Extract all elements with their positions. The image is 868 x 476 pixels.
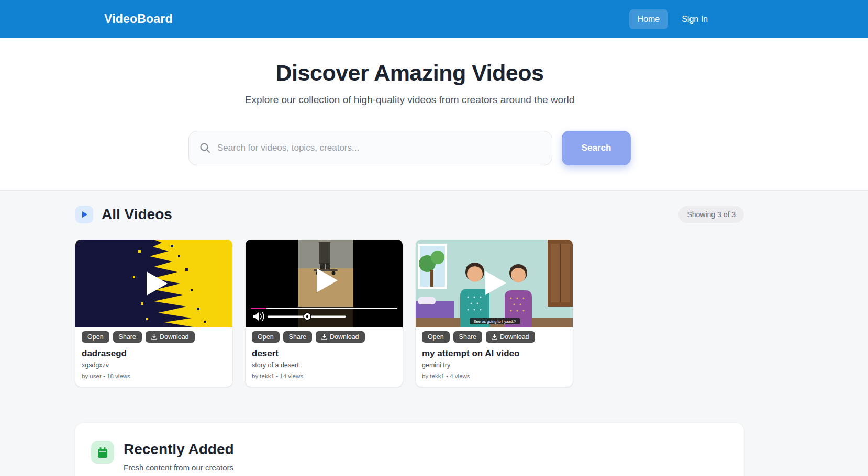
video-title: my attempt on AI video <box>422 348 566 359</box>
thumbnail-caption: See us going to I yaad.? <box>474 319 516 324</box>
open-button[interactable]: Open <box>252 331 280 343</box>
page-subtitle: Explore our collection of high-quality v… <box>75 94 744 106</box>
video-card: Open Share Download dadrasegd xgsdgxzv b… <box>75 240 232 387</box>
video-progress-fill <box>251 308 266 309</box>
showing-count-badge: Showing 3 of 3 <box>678 206 744 223</box>
video-card: See us going to I yaad.? Open Share Down… <box>416 240 573 387</box>
thumbnail-abstract-art <box>75 240 232 327</box>
video-description: xgsdgxzv <box>82 361 226 369</box>
video-description: gemini try <box>422 361 566 369</box>
recently-added-subtitle: Fresh content from our creators <box>124 463 234 472</box>
search-box <box>188 131 552 165</box>
download-button[interactable]: Download <box>146 331 195 343</box>
nav-home-button[interactable]: Home <box>629 9 669 29</box>
brand-logo[interactable]: VideoBoard <box>104 12 173 26</box>
recently-added-title: Recently Added <box>124 441 234 458</box>
search-input[interactable] <box>217 143 541 153</box>
recently-added-section: Recently Added Fresh content from our cr… <box>75 423 744 476</box>
calendar-icon <box>96 446 109 459</box>
hero-section: Discover Amazing Videos Explore our coll… <box>0 38 868 190</box>
video-thumbnail-player[interactable]: See us going to I yaad.? <box>416 240 573 327</box>
share-button[interactable]: Share <box>283 331 312 343</box>
nav-signin-link[interactable]: Sign In <box>682 15 708 24</box>
top-navbar: VideoBoard Home Sign In <box>0 0 868 38</box>
section-play-badge <box>75 206 93 223</box>
share-button[interactable]: Share <box>453 331 482 343</box>
video-title: desert <box>252 348 396 359</box>
thumbnail-skateboarder <box>246 240 403 327</box>
section-title: All Videos <box>102 206 172 223</box>
video-thumbnail-player[interactable] <box>75 240 232 327</box>
download-icon <box>151 334 157 340</box>
download-button[interactable]: Download <box>486 331 535 343</box>
download-button[interactable]: Download <box>316 331 365 343</box>
header-nav: Home Sign In <box>629 9 708 29</box>
thumbnail-cartoon-scene: See us going to I yaad.? <box>416 240 573 327</box>
page-title: Discover Amazing Videos <box>75 60 744 86</box>
calendar-icon-badge <box>91 441 114 464</box>
download-icon <box>492 334 497 340</box>
video-meta: by user • 18 views <box>82 373 226 379</box>
search-icon <box>199 142 211 154</box>
video-card: Open Share Download desert story of a de… <box>246 240 403 387</box>
video-meta: by tekk1 • 4 views <box>422 373 566 379</box>
video-thumbnail-player[interactable] <box>246 240 403 327</box>
video-description: story of a desert <box>252 361 396 369</box>
all-videos-section: All Videos Showing 3 of 3 <box>0 190 868 476</box>
video-progress-bar <box>251 308 397 309</box>
play-icon <box>80 210 88 219</box>
search-button[interactable]: Search <box>562 131 631 165</box>
download-icon <box>321 334 327 340</box>
open-button[interactable]: Open <box>82 331 109 343</box>
video-title: dadrasegd <box>82 348 226 359</box>
open-button[interactable]: Open <box>422 331 450 343</box>
video-card-grid: Open Share Download dadrasegd xgsdgxzv b… <box>75 240 744 387</box>
video-meta: by tekk1 • 14 views <box>252 373 396 379</box>
share-button[interactable]: Share <box>113 331 142 343</box>
